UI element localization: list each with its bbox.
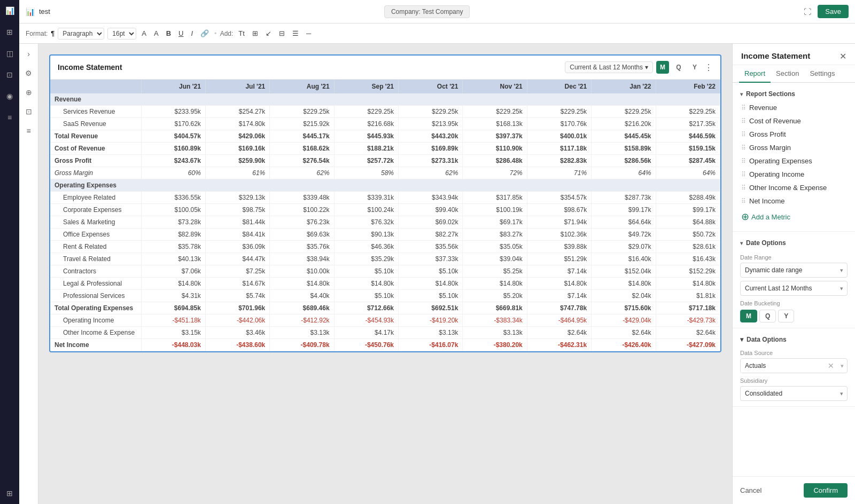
panel-title-area: Income Statement — [733, 44, 855, 65]
table-row: Operating Expenses — [50, 179, 720, 192]
data-options-toggle[interactable]: ▾ Data Options — [740, 334, 848, 345]
expand-icon[interactable]: ⛶ — [804, 7, 811, 16]
row-value-cell: 62% — [270, 167, 334, 179]
table-row: Other Income & Expense$3.15k$3.46k$3.13k… — [50, 327, 720, 339]
metric-cost-of-revenue[interactable]: ⠿ Cost of Revenue — [740, 114, 848, 128]
bucket-m-btn[interactable]: M — [656, 61, 669, 74]
chart-icon[interactable]: 📊 — [3, 4, 17, 17]
row-value-cell: $712.66k — [334, 302, 398, 314]
row-value-cell: $168.62k — [270, 143, 334, 155]
row-value-cell: $170.62k — [141, 118, 205, 130]
add-metric-btn[interactable]: ⊕ Add a Metric — [740, 208, 848, 226]
nav-icon-6[interactable]: ⊞ — [4, 487, 15, 500]
add-table-btn[interactable]: ⊟ — [277, 28, 287, 38]
metric-other-income[interactable]: ⠿ Other Income & Expense — [740, 181, 848, 194]
row-value-cell: $168.13k — [463, 118, 527, 130]
more-options-btn[interactable]: ⋮ — [704, 62, 713, 73]
metric-gross-margin[interactable]: ⠿ Gross Margin — [740, 141, 848, 154]
filter-icon[interactable]: ≡ — [25, 125, 32, 137]
row-value-cell: $4.40k — [270, 290, 334, 302]
metric-gross-profit[interactable]: ⠿ Gross Profit — [740, 128, 848, 141]
subsidiary-select[interactable]: Consolidated Parent Only — [740, 386, 848, 401]
row-value-cell: $174.80k — [205, 118, 269, 130]
nav-icon-2[interactable]: ◫ — [4, 47, 15, 60]
table-row: Gross Profit$243.67k$259.90k$276.54k$257… — [50, 155, 720, 167]
date-sub-select[interactable]: Current Last 12 Months Current Year Last… — [740, 281, 848, 296]
bold-btn[interactable]: B — [164, 28, 173, 38]
bucket-q-btn[interactable]: Q — [672, 61, 685, 74]
bucket-option-q[interactable]: Q — [759, 310, 776, 322]
nav-icon-3[interactable]: ⊡ — [4, 68, 15, 81]
add-grid-btn[interactable]: ☰ — [290, 28, 301, 38]
add-plus-btn[interactable]: ⊞ — [250, 28, 260, 38]
row-value-cell: $3.15k — [141, 327, 205, 339]
row-value-cell: $701.96k — [205, 302, 269, 314]
home-icon[interactable]: ⊞ — [4, 26, 15, 38]
settings-icon[interactable]: ⚙ — [24, 67, 34, 79]
row-label-cell: Cost of Revenue — [50, 143, 141, 155]
row-value-cell: $286.56k — [592, 155, 656, 167]
confirm-button[interactable]: Confirm — [804, 483, 848, 498]
row-value-cell: $82.89k — [141, 229, 205, 241]
underline-btn[interactable]: U — [176, 28, 185, 38]
bucket-option-y[interactable]: Y — [778, 310, 794, 322]
nav-icon-5[interactable]: ≡ — [5, 111, 14, 124]
metric-operating-income[interactable]: ⠿ Operating Income — [740, 168, 848, 181]
col-aug21: Aug '21 — [270, 80, 334, 93]
data-source-arrow-btn[interactable]: ▾ — [837, 363, 847, 369]
report-sections-toggle[interactable]: ▾ Report Sections — [740, 88, 848, 101]
date-options-toggle[interactable]: ▾ Date Options — [740, 237, 848, 250]
paragraph-select[interactable]: Paragraph — [58, 28, 104, 40]
bucket-y-btn[interactable]: Y — [688, 61, 701, 74]
row-value-cell: $3.13k — [399, 327, 463, 339]
tab-settings[interactable]: Settings — [804, 65, 840, 83]
row-value-cell: $229.25k — [592, 106, 656, 118]
add-section-icon[interactable]: ⊕ — [24, 86, 34, 98]
cancel-button[interactable]: Cancel — [740, 486, 761, 494]
add-arrow-btn[interactable]: ↙ — [263, 28, 274, 38]
row-value-cell: -$438.60k — [205, 339, 269, 351]
close-panel-btn[interactable]: ✕ — [840, 51, 846, 61]
nav-icon-4[interactable]: ◉ — [4, 90, 15, 103]
save-button[interactable]: Save — [818, 5, 849, 18]
link-btn[interactable]: 🔗 — [198, 28, 211, 38]
font-size-select[interactable]: 16pt — [107, 28, 136, 40]
report-sections-label: Report Sections — [746, 90, 795, 98]
right-panel: Income Statement ✕ Report Section Settin… — [732, 44, 855, 504]
row-value-cell: $7.06k — [141, 265, 205, 278]
row-value-cell: $10.00k — [270, 265, 334, 278]
tab-report[interactable]: Report — [739, 65, 771, 83]
metric-revenue[interactable]: ⠿ Revenue — [740, 101, 848, 114]
company-badge: Company: Test Company — [384, 5, 470, 18]
chevron-date-icon: ▾ — [740, 240, 743, 246]
text-color-btn[interactable]: A — [139, 28, 149, 38]
add-divider-btn[interactable]: ─ — [304, 28, 313, 38]
row-value-cell: $259.90k — [205, 155, 269, 167]
row-label-cell: Contractors — [50, 265, 141, 278]
table-row: SaaS Revenue$170.62k$174.80k$215.92k$216… — [50, 118, 720, 130]
metric-net-income[interactable]: ⠿ Net Income — [740, 194, 848, 208]
row-value-cell: $35.29k — [334, 253, 398, 265]
expand-sidebar-btn[interactable]: › — [26, 48, 32, 60]
row-value-cell: $69.63k — [270, 229, 334, 241]
col-nov21: Nov '21 — [463, 80, 527, 93]
row-label-cell: Net Income — [50, 339, 141, 351]
add-text-btn[interactable]: Tt — [236, 28, 247, 38]
row-value-cell: $400.01k — [527, 130, 591, 143]
highlight-btn[interactable]: A — [152, 28, 161, 38]
bucket-option-m[interactable]: M — [740, 310, 757, 322]
data-source-select[interactable]: Actuals Budget — [741, 359, 825, 373]
drag-icon-opex: ⠿ — [741, 158, 746, 165]
row-value-cell: $429.06k — [205, 130, 269, 143]
metric-opincome-label: Operating Income — [749, 170, 804, 178]
row-value-cell: $64.64k — [592, 216, 656, 229]
italic-btn[interactable]: I — [189, 28, 195, 38]
date-sub-select-wrap: Current Last 12 Months Current Year Last… — [740, 281, 848, 296]
metric-operating-expenses[interactable]: ⠿ Operating Expenses — [740, 154, 848, 168]
date-range-select[interactable]: Dynamic date range Fixed date range — [740, 263, 848, 278]
row-value-cell: $160.89k — [141, 143, 205, 155]
date-range-selector[interactable]: Current & Last 12 Months ▾ — [565, 61, 653, 73]
data-source-clear-btn[interactable]: ✕ — [825, 361, 837, 370]
layers-icon[interactable]: ⊡ — [24, 106, 34, 117]
tab-section[interactable]: Section — [771, 65, 804, 83]
